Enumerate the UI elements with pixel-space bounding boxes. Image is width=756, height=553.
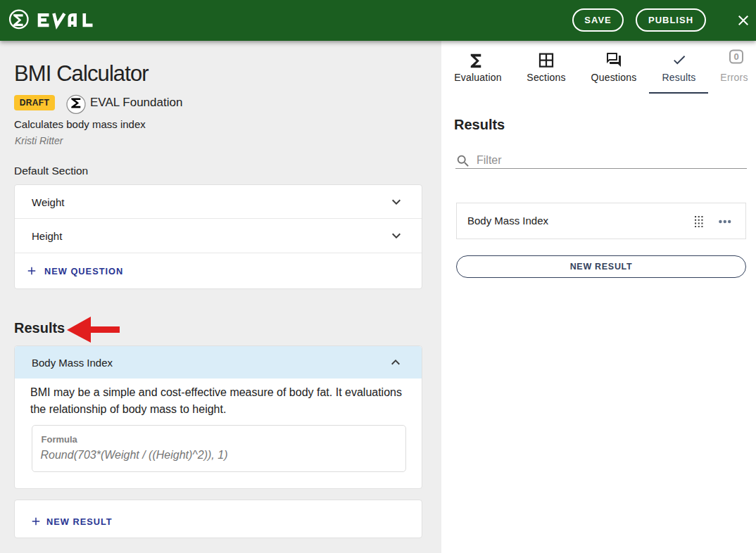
- svg-text:0: 0: [733, 51, 738, 62]
